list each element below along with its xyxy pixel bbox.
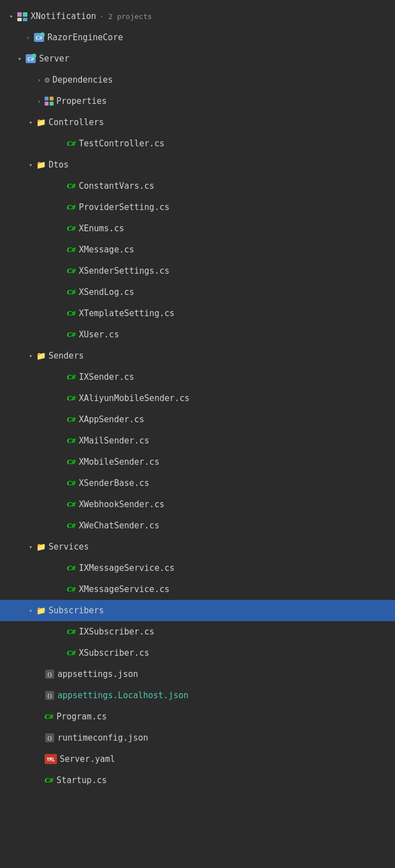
chevron-icon[interactable]: › [33, 77, 45, 84]
tree-item-xuser[interactable]: C# XUser.cs [0, 324, 395, 345]
tree-item-xsubscriber[interactable]: C# XSubscriber.cs [0, 642, 395, 664]
tree-item-label: Subscribers [49, 605, 104, 616]
tree-item-constant-vars[interactable]: C# ConstantVars.cs [0, 175, 395, 197]
tree-item-xnotification-root[interactable]: ▾ XNotification · 2 projects [0, 6, 395, 27]
tree-item-label: Senders [49, 351, 84, 361]
tree-item-label: Properties [56, 96, 107, 106]
tree-item-label: Dtos [49, 160, 69, 170]
tree-item-xaliyun-mobile-sender[interactable]: C# XAliyunMobileSender.cs [0, 388, 395, 409]
json-icon: {} [45, 733, 55, 743]
tree-item-xmobile-sender[interactable]: C# XMobileSender.cs [0, 451, 395, 473]
cs-project-icon: C# [33, 32, 47, 43]
tree-item-label: XNotification [31, 11, 96, 21]
tree-item-appsettings-localhost-json[interactable]: {} appsettings.Localhost.json [0, 685, 395, 706]
tree-item-appsettings-json[interactable]: {} appsettings.json [0, 664, 395, 685]
chevron-icon[interactable]: › [22, 34, 33, 41]
tree-item-label: TestController.cs [79, 139, 165, 149]
csharp-icon: C# [67, 373, 75, 381]
tree-item-ixsender[interactable]: C# IXSender.cs [0, 366, 395, 388]
projects-count: · 2 projects [99, 12, 152, 21]
svg-rect-12 [45, 102, 49, 106]
tree-item-label: IXMessageService.cs [79, 563, 175, 573]
csharp-icon: C# [67, 266, 75, 275]
tree-item-startup-cs[interactable]: C# Startup.cs [0, 770, 395, 791]
tree-item-xsend-log[interactable]: C# XSendLog.cs [0, 282, 395, 303]
svg-text:{}: {} [47, 694, 52, 699]
chevron-icon[interactable]: ▾ [25, 543, 36, 551]
tree-item-label: XSenderSettings.cs [79, 266, 170, 276]
tree-item-label: XMessage.cs [79, 245, 134, 255]
tree-item-label: XEnums.cs [79, 223, 124, 233]
tree-item-label: XSubscriber.cs [79, 648, 149, 658]
tree-item-runtimeconfig-json[interactable]: {} runtimeconfig.json [0, 727, 395, 748]
tree-item-ixmessage-service[interactable]: C# IXMessageService.cs [0, 557, 395, 579]
tree-item-xwechat-sender[interactable]: C# XWeChatSender.cs [0, 515, 395, 536]
csharp-icon: C# [67, 224, 75, 233]
chevron-icon[interactable]: › [33, 98, 45, 105]
json-icon: {} [45, 669, 55, 679]
csharp-icon: C# [67, 203, 75, 212]
tree-item-controllers[interactable]: ▾ 📁 Controllers [0, 112, 395, 133]
yaml-icon: YML [45, 754, 57, 764]
tree-item-xenums[interactable]: C# XEnums.cs [0, 218, 395, 239]
csharp-icon: C# [67, 394, 75, 403]
tree-item-label: ProviderSetting.cs [79, 202, 170, 212]
tree-item-properties[interactable]: › Properties [0, 90, 395, 112]
tree-item-provider-setting[interactable]: C# ProviderSetting.cs [0, 197, 395, 218]
chevron-icon[interactable]: ▾ [25, 161, 36, 169]
tree-item-xapp-sender[interactable]: C# XAppSender.cs [0, 409, 395, 430]
svg-rect-3 [23, 18, 27, 21]
tree-item-label: runtimeconfig.json [57, 733, 148, 743]
csharp-icon: C# [67, 564, 75, 573]
csharp-icon: C# [67, 288, 75, 297]
tree-item-xmail-sender[interactable]: C# XMailSender.cs [0, 430, 395, 451]
svg-text:{}: {} [47, 736, 52, 741]
json-icon: {} [45, 690, 55, 700]
svg-rect-1 [23, 12, 27, 17]
tree-item-subscribers[interactable]: ▾ 📁 Subscribers [0, 600, 395, 621]
tree-item-dtos[interactable]: ▾ 📁 Dtos [0, 154, 395, 175]
folder-icon: 📁 [36, 606, 46, 615]
svg-rect-13 [50, 102, 54, 106]
chevron-icon[interactable]: ▾ [25, 119, 36, 126]
tree-item-label: Server [39, 54, 69, 64]
tree-item-senders[interactable]: ▾ 📁 Senders [0, 345, 395, 366]
tree-item-program-cs[interactable]: C# Program.cs [0, 706, 395, 727]
svg-point-9 [32, 54, 36, 58]
csharp-icon: C# [67, 627, 75, 636]
chevron-icon[interactable]: ▾ [6, 13, 17, 20]
tree-item-xsender-base[interactable]: C# XSenderBase.cs [0, 473, 395, 494]
tree-item-label: Dependencies [52, 75, 113, 85]
chevron-icon[interactable]: ▾ [25, 352, 36, 360]
csharp-icon: C# [67, 436, 75, 445]
tree-item-ixsubscriber[interactable]: C# IXSubscriber.cs [0, 621, 395, 642]
csharp-icon: C# [67, 182, 75, 190]
chevron-icon[interactable]: ▾ [25, 607, 36, 614]
tree-item-label: Program.cs [56, 712, 107, 722]
csharp-icon: C# [45, 712, 53, 721]
tree-item-razor-engine-core[interactable]: › C# RazorEngineCore [0, 27, 395, 48]
csharp-icon: C# [67, 479, 75, 488]
tree-item-server-yaml[interactable]: YML Server.yaml [0, 748, 395, 770]
multi-project-icon [17, 11, 31, 22]
tree-item-test-controller[interactable]: C# TestController.cs [0, 133, 395, 154]
tree-item-services[interactable]: ▾ 📁 Services [0, 536, 395, 557]
csharp-icon: C# [67, 245, 75, 254]
tree-item-label: XWebhookSender.cs [79, 499, 165, 509]
tree-item-xmessage[interactable]: C# XMessage.cs [0, 239, 395, 260]
csharp-icon: C# [67, 330, 75, 339]
tree-item-xmessage-service[interactable]: C# XMessageService.cs [0, 579, 395, 600]
properties-icon [45, 97, 54, 106]
csharp-icon: C# [67, 500, 75, 509]
tree-item-label: ConstantVars.cs [79, 181, 154, 191]
tree-item-label: Server.yaml [60, 754, 115, 764]
tree-item-xwebhook-sender[interactable]: C# XWebhookSender.cs [0, 494, 395, 515]
tree-item-xtemplate-setting[interactable]: C# XTemplateSetting.cs [0, 303, 395, 324]
chevron-icon[interactable]: ▾ [14, 55, 25, 63]
tree-item-xsender-settings[interactable]: C# XSenderSettings.cs [0, 260, 395, 282]
tree-item-server[interactable]: ▾ C# Server [0, 48, 395, 69]
tree-item-dependencies[interactable]: › ⚙ Dependencies [0, 69, 395, 90]
tree-item-label: XTemplateSetting.cs [79, 308, 175, 318]
tree-item-label: XMailSender.cs [79, 436, 149, 446]
svg-point-6 [40, 32, 45, 37]
